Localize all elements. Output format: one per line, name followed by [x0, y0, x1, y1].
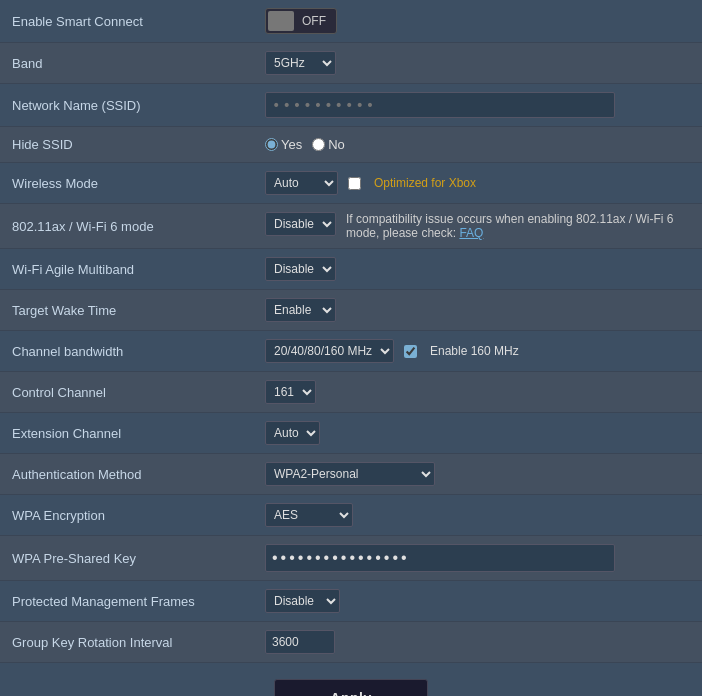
toggle-off-label: OFF — [294, 12, 334, 30]
control-channel-label: Control Channel — [0, 372, 255, 413]
wireless-mode-select[interactable]: Auto Legacy N only AC only — [265, 171, 338, 195]
agile-multiband-label: Wi-Fi Agile Multiband — [0, 249, 255, 290]
hide-ssid-radio-group: Yes No — [265, 137, 692, 152]
enable-160-label: Enable 160 MHz — [430, 344, 519, 358]
hide-ssid-no-label[interactable]: No — [312, 137, 345, 152]
apply-button-row: Apply — [0, 663, 702, 696]
ssid-label: Network Name (SSID) — [0, 84, 255, 127]
auth-method-label: Authentication Method — [0, 454, 255, 495]
enable-160-checkbox[interactable] — [404, 345, 417, 358]
xbox-checkbox[interactable] — [348, 177, 361, 190]
target-wake-label: Target Wake Time — [0, 290, 255, 331]
agile-multiband-select[interactable]: Disable Enable — [265, 257, 336, 281]
channel-bandwidth-label: Channel bandwidth — [0, 331, 255, 372]
toggle-knob — [268, 11, 294, 31]
hide-ssid-no-radio[interactable] — [312, 138, 325, 151]
hide-ssid-label: Hide SSID — [0, 127, 255, 163]
band-select[interactable]: 5GHz 2.4GHz 6GHz — [265, 51, 336, 75]
hide-ssid-yes-radio[interactable] — [265, 138, 278, 151]
enable-smart-connect-label: Enable Smart Connect — [0, 0, 255, 43]
wpa-encryption-select[interactable]: AES TKIP TKIP+AES — [265, 503, 353, 527]
target-wake-select[interactable]: Enable Disable — [265, 298, 336, 322]
channel-bandwidth-select[interactable]: 20/40/80/160 MHz 20/40/80 MHz 20/40 MHz … — [265, 339, 394, 363]
wifi6-label: 802.11ax / Wi-Fi 6 mode — [0, 204, 255, 249]
auth-method-select[interactable]: WPA2-Personal Open WPA3-Personal WPA2/WP… — [265, 462, 435, 486]
apply-button[interactable]: Apply — [274, 679, 427, 696]
hide-ssid-yes-label[interactable]: Yes — [265, 137, 302, 152]
wpa-encryption-label: WPA Encryption — [0, 495, 255, 536]
wireless-mode-label: Wireless Mode — [0, 163, 255, 204]
pmf-label: Protected Management Frames — [0, 581, 255, 622]
wpa-psk-label: WPA Pre-Shared Key — [0, 536, 255, 581]
wifi6-select[interactable]: Disable Enable — [265, 212, 336, 236]
extension-channel-label: Extension Channel — [0, 413, 255, 454]
band-label: Band — [0, 43, 255, 84]
xbox-label: Optimized for Xbox — [374, 176, 476, 190]
wpa-psk-input[interactable] — [265, 544, 615, 572]
wifi6-faq-link[interactable]: FAQ — [459, 226, 483, 240]
ssid-input[interactable] — [265, 92, 615, 118]
wifi6-info-text: If compatibility issue occurs when enabl… — [346, 212, 686, 240]
group-key-label: Group Key Rotation Interval — [0, 622, 255, 663]
extension-channel-select[interactable]: Auto — [265, 421, 320, 445]
control-channel-select[interactable]: 161 36 40 44 48 149 153 157 — [265, 380, 316, 404]
pmf-select[interactable]: Disable Enable Capable — [265, 589, 340, 613]
smart-connect-toggle[interactable]: OFF — [265, 8, 337, 34]
group-key-input[interactable] — [265, 630, 335, 654]
